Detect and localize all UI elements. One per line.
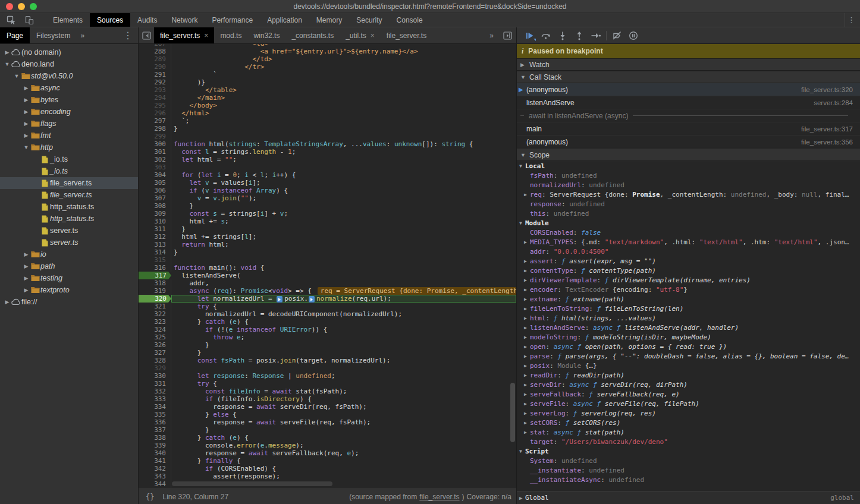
line-number[interactable]: 328	[139, 357, 171, 364]
editor-vertical-scrollbar[interactable]	[510, 383, 515, 442]
line-number[interactable]: 321	[139, 303, 171, 310]
chevron-right-icon[interactable]: ▶	[23, 263, 30, 269]
tree-item-std-v0-50-0[interactable]: ▼std@v0.50.0	[0, 70, 138, 82]
tree-item-file---[interactable]: ▶file://	[0, 296, 138, 308]
line-number[interactable]: 324	[139, 326, 171, 333]
tree-item-http[interactable]: ▼http	[0, 141, 138, 153]
scope-var-addr[interactable]: addr: "0.0.0.0:4500"	[517, 247, 860, 256]
chevron-down-icon[interactable]: ▼	[519, 220, 525, 226]
scope-var-response[interactable]: response: undefined	[517, 199, 860, 209]
scope-section-local[interactable]: ▼Local	[517, 161, 860, 171]
scope-var-dirviewertemplate[interactable]: ▶dirViewerTemplate: ƒ dirViewerTemplate(…	[517, 275, 860, 285]
tab-audits[interactable]: Audits	[130, 13, 164, 27]
line-number[interactable]: 323	[139, 318, 171, 326]
chevron-down-icon[interactable]: ▼	[23, 144, 30, 150]
chevron-right-icon[interactable]: ▶	[524, 373, 530, 378]
line-number[interactable]: 339	[139, 442, 171, 449]
scope-var-stat[interactable]: ▶stat: async ƒ stat(path)	[517, 427, 860, 437]
line-number[interactable]: 316	[139, 264, 171, 272]
pretty-print-button[interactable]: {}	[143, 493, 156, 501]
chevron-down-icon[interactable]: ▼	[519, 163, 525, 169]
tree-item-_io-ts[interactable]: _io.ts	[0, 153, 138, 165]
line-number[interactable]: 341	[139, 457, 171, 465]
tab-security[interactable]: Security	[349, 13, 389, 27]
line-number[interactable]: 310	[139, 218, 171, 225]
scope-var-servedir[interactable]: ▶serveDir: async ƒ serveDir(req, dirPath…	[517, 380, 860, 389]
line-number[interactable]: 308	[139, 202, 171, 210]
scope-section-header[interactable]: ▼ Scope	[517, 149, 860, 161]
scope-var-corsenabled[interactable]: CORSEnabled: false	[517, 228, 860, 237]
scope-var-setcors[interactable]: ▶setCORS: ƒ setCORS(res)	[517, 418, 860, 427]
code-line-321[interactable]: 321 try {	[139, 303, 516, 310]
source-mapped-link[interactable]: file_server.ts	[419, 493, 459, 501]
scope-var-open[interactable]: ▶open: async ƒ open(path, options = { re…	[517, 342, 860, 351]
code-line-343[interactable]: 343 assert(response);	[139, 472, 516, 480]
code-line-336[interactable]: 336 response = await serveFile(req, fsPa…	[139, 418, 516, 426]
frame-location[interactable]: file_server.ts:356	[801, 138, 853, 146]
code-line-293[interactable]: 293 </table>	[139, 86, 516, 94]
tab-elements[interactable]: Elements	[46, 13, 90, 27]
code-line-341[interactable]: 341 } finally {	[139, 457, 516, 465]
tab-performance[interactable]: Performance	[205, 13, 260, 27]
line-number[interactable]: 343	[139, 472, 171, 480]
scope-var-posix[interactable]: ▶posix: Module {…}	[517, 361, 860, 370]
line-number[interactable]: 344	[139, 480, 171, 488]
code-line-340[interactable]: 340 response = await serveFallback(req, …	[139, 449, 516, 457]
scope-section-global[interactable]: ▶ Global global	[517, 491, 860, 504]
line-number[interactable]: 319	[139, 287, 171, 295]
chevron-right-icon[interactable]: ▶	[23, 97, 30, 103]
chevron-right-icon[interactable]: ▶	[524, 411, 530, 416]
chevron-right-icon[interactable]: ▶	[524, 297, 530, 302]
code-line-299[interactable]: 299	[139, 133, 516, 140]
chevron-right-icon[interactable]: ▶	[524, 335, 530, 340]
scope-var-extname[interactable]: ▶extname: ƒ extname(path)	[517, 294, 860, 304]
line-number[interactable]: 315	[139, 256, 171, 264]
code-line-291[interactable]: 291 `	[139, 71, 516, 78]
code-line-296[interactable]: 296 </html>	[139, 109, 516, 117]
inline-breakpoint-icon[interactable]	[277, 296, 283, 303]
chevron-right-icon[interactable]: ▶	[23, 109, 30, 115]
code-line-295[interactable]: 295 </body>	[139, 102, 516, 109]
tree-item-path[interactable]: ▶path	[0, 260, 138, 272]
scope-var-normalizedurl[interactable]: normalizedUrl: undefined	[517, 180, 860, 190]
scope-var-readdir[interactable]: ▶readDir: ƒ readDir(path)	[517, 370, 860, 380]
scope-var-encoder[interactable]: ▶encoder: TextEncoder {encoding: "utf-8"…	[517, 285, 860, 294]
breakpoint-marker[interactable]: 320	[139, 295, 171, 303]
frame-location[interactable]: server.ts:284	[814, 99, 853, 106]
tree-item-encoding[interactable]: ▶encoding	[0, 106, 138, 118]
line-number[interactable]: 332	[139, 388, 171, 395]
chevron-right-icon[interactable]: ▶	[524, 392, 530, 397]
deactivate-breakpoints-icon[interactable]	[609, 29, 624, 42]
code-line-305[interactable]: 305 let v = values[i];	[139, 179, 516, 187]
scope-var-serverlog[interactable]: ▶serverLog: ƒ serverLog(req, res)	[517, 408, 860, 418]
code-line-325[interactable]: 325 throw e;	[139, 333, 516, 341]
line-number[interactable]: 306	[139, 187, 171, 194]
code-line-310[interactable]: 310 html += s;	[139, 218, 516, 225]
line-number[interactable]: 300	[139, 140, 171, 148]
code-line-312[interactable]: 312 html += strings[l];	[139, 233, 516, 241]
scope-var-assert[interactable]: ▶assert: ƒ assert(expr, msg = "")	[517, 256, 860, 266]
line-number[interactable]: 331	[139, 380, 171, 388]
line-number[interactable]: 311	[139, 225, 171, 233]
code-line-300[interactable]: 300function html(strings: TemplateString…	[139, 140, 516, 148]
line-number[interactable]: 298	[139, 125, 171, 133]
scope-var-target[interactable]: target: "/Users/biwanczuk/dev/deno"	[517, 437, 860, 446]
step-into-icon[interactable]	[555, 29, 570, 42]
chevron-right-icon[interactable]: ▶	[23, 275, 30, 281]
scope-var-media_types[interactable]: ▶MEDIA_TYPES: {.md: "text/markdown", .ht…	[517, 237, 860, 247]
scope-var-contenttype[interactable]: ▶contentType: ƒ contentType(path)	[517, 266, 860, 275]
tree-item-file_server-ts[interactable]: file_server.ts	[0, 177, 138, 189]
code-line-334[interactable]: 334 response = await serveDir(req, fsPat…	[139, 403, 516, 411]
line-number[interactable]: 288	[139, 48, 171, 55]
inspect-icon[interactable]	[4, 14, 19, 26]
line-number[interactable]: 335	[139, 411, 171, 418]
code-line-318[interactable]: 318 addr,	[139, 279, 516, 287]
scope-section-module[interactable]: ▼Module	[517, 218, 860, 228]
kebab-menu-icon[interactable]: ⋮	[845, 13, 858, 27]
chevron-right-icon[interactable]: ▶	[524, 420, 530, 426]
code-line-330[interactable]: 330 let response: Response | undefined;	[139, 372, 516, 380]
navigator-menu-icon[interactable]: ⋮	[118, 27, 138, 43]
editor-tab-_util-ts[interactable]: _util.ts×	[340, 27, 381, 43]
code-line-297[interactable]: 297 `;	[139, 117, 516, 125]
scope-var-html[interactable]: ▶html: ƒ html(strings, ...values)	[517, 313, 860, 323]
